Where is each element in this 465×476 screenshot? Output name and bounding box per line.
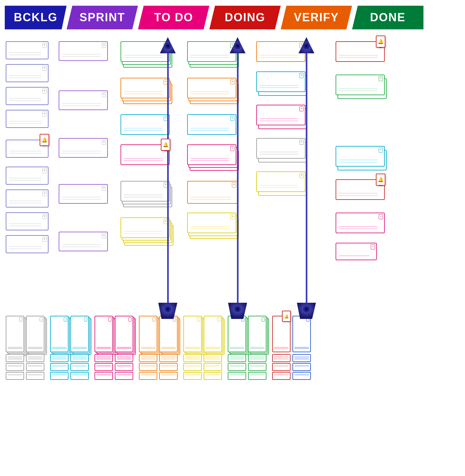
bcklg-card-1[interactable] [6, 41, 49, 59]
done-pink-card[interactable] [336, 213, 385, 233]
bottom-red-mini-1[interactable] [272, 354, 291, 362]
bottom-cyan-card-1[interactable] [50, 316, 69, 352]
bottom-cyan-mini-1[interactable] [50, 354, 69, 362]
verify-pink-card-1[interactable] [256, 105, 305, 125]
bottom-gray-card-1-1[interactable] [6, 316, 24, 352]
sprint-card-2[interactable] [59, 90, 108, 110]
bottom-yellow-mini-2[interactable] [183, 363, 202, 371]
todo-gray-card-1[interactable] [121, 181, 170, 202]
bottom-pink-mini-1[interactable] [95, 354, 113, 362]
bcklg-card-8[interactable] [6, 212, 49, 230]
bottom-gray2-mini-1[interactable] [26, 354, 44, 362]
bcklg-card-9[interactable] [6, 235, 49, 253]
sprint-card-1[interactable] [59, 41, 108, 61]
done-cyan-card-1[interactable] [336, 146, 385, 167]
bottom-gray-mini-1[interactable] [6, 354, 24, 362]
bottom-orange2-mini-1[interactable] [159, 354, 178, 362]
sprint-card-3[interactable] [59, 138, 108, 158]
todo-cyan-card-1[interactable] [121, 114, 170, 135]
bottom-yellow-mini-3[interactable] [183, 372, 202, 380]
bottom-green2-mini-1[interactable] [248, 354, 266, 362]
bottom-blue-card[interactable] [292, 316, 311, 352]
bottom-pink-card-1[interactable] [95, 316, 113, 352]
bottom-green-card-1[interactable] [228, 316, 246, 352]
bottom-red-card[interactable]: 🔔 [272, 316, 291, 352]
bottom-cyan2-mini-3[interactable] [70, 372, 89, 380]
doing-orange-card-1[interactable] [187, 78, 236, 98]
bottom-green2-mini-3[interactable] [248, 372, 266, 380]
todo-pink-stack: 🔔 [121, 144, 174, 175]
bottom-green2-mini-2[interactable] [248, 363, 266, 371]
bottom-orange-mini-2[interactable] [139, 363, 157, 371]
bottom-yellow2-mini-2[interactable] [204, 363, 222, 371]
bottom-pink2-mini-3[interactable] [115, 372, 133, 380]
bottom-pink-mini-3[interactable] [95, 372, 113, 380]
bottom-blue-mini-1[interactable] [292, 354, 311, 362]
doing-orange-large-card[interactable] [187, 181, 238, 204]
bottom-yellow-card-1[interactable] [183, 316, 202, 352]
todo-pink-card-alert[interactable]: 🔔 [121, 144, 170, 165]
doing-yellow-card-1[interactable] [187, 213, 236, 233]
done-pink-small-card[interactable] [336, 243, 377, 260]
bottom-gray2-mini-3[interactable] [26, 372, 44, 380]
bottom-orange2-mini-3[interactable] [159, 372, 178, 380]
bottom-green-mini-1[interactable] [228, 354, 246, 362]
bcklg-card-2[interactable] [6, 64, 49, 82]
bottom-pink2-mini-2[interactable] [115, 363, 133, 371]
sprint-card-4[interactable] [59, 184, 108, 204]
bottom-gray-mini-3[interactable] [6, 372, 24, 380]
bottom-cyan-mini-3[interactable] [50, 372, 69, 380]
bottom-cyan-mini-2[interactable] [50, 363, 69, 371]
todo-yellow-card-1[interactable] [121, 217, 170, 238]
banner-sprint-label: SPRINT [79, 11, 125, 24]
bottom-orange-card-1[interactable] [139, 316, 157, 352]
bottom-cyan-card-2[interactable] [70, 316, 89, 352]
bottom-gray-card-2-1[interactable] [26, 316, 44, 352]
bottom-yellow-mini-1[interactable] [183, 354, 202, 362]
bottom-red-mini-2[interactable] [272, 363, 291, 371]
bottom-blue-mini-2[interactable] [292, 363, 311, 371]
bottom-orange-mini-3[interactable] [139, 372, 157, 380]
bottom-cyan2-mini-2[interactable] [70, 363, 89, 371]
done-red-card-2[interactable]: 🔔 [336, 179, 385, 200]
bottom-gray2-mini-2[interactable] [26, 363, 44, 371]
sprint-card-5[interactable] [59, 232, 108, 251]
doing-cyan-card[interactable] [187, 114, 236, 135]
alert-bell-todo: 🔔 [161, 139, 170, 151]
bcklg-card-6[interactable] [6, 167, 49, 185]
bottom-red-mini-3[interactable] [272, 372, 291, 380]
bottom-pink-mini-2[interactable] [95, 363, 113, 371]
bcklg-card-4[interactable] [6, 110, 49, 128]
doing-pink-card-1[interactable] [187, 144, 236, 165]
bottom-pink-card-2[interactable] [115, 316, 133, 352]
bottom-pink2-mini-1[interactable] [115, 354, 133, 362]
verify-gray-card-1[interactable] [256, 138, 305, 159]
bottom-yellow2-mini-1[interactable] [204, 354, 222, 362]
banner-doing: DOING [209, 6, 281, 30]
bottom-orange-mini-1[interactable] [139, 354, 157, 362]
todo-cyan-stack [121, 114, 174, 138]
bottom-yellow-card-2[interactable] [204, 316, 222, 352]
todo-orange-card-1[interactable] [121, 78, 170, 98]
bottom-orange2-mini-2[interactable] [159, 363, 178, 371]
bottom-gray-mini-2[interactable] [6, 363, 24, 371]
bottom-yellow2-mini-3[interactable] [204, 372, 222, 380]
verify-cyan-card-1[interactable] [256, 71, 305, 92]
bottom-green-mini-2[interactable] [228, 363, 246, 371]
svg-point-17 [305, 307, 308, 311]
bottom-green-mini-3[interactable] [228, 372, 246, 380]
bcklg-card-7[interactable] [6, 189, 49, 208]
bottom-green-card-2[interactable] [248, 316, 266, 352]
done-red-card-alert[interactable]: 🔔 [336, 41, 385, 62]
bottom-gray-group [6, 316, 44, 380]
banner-verify: VERIFY [281, 6, 352, 30]
verify-yellow-card-1[interactable] [256, 171, 305, 192]
bottom-orange-card-2[interactable] [159, 316, 178, 352]
bcklg-card-3[interactable] [6, 87, 49, 105]
done-green-card-1[interactable] [336, 75, 385, 95]
alert-bell-bcklg: 🔔 [40, 134, 49, 146]
bcklg-card-5-alert[interactable]: 🔔 [6, 140, 49, 158]
banner-todo-label: TO DO [154, 11, 193, 24]
bottom-cyan2-mini-1[interactable] [70, 354, 89, 362]
bottom-blue-mini-3[interactable] [292, 372, 311, 380]
